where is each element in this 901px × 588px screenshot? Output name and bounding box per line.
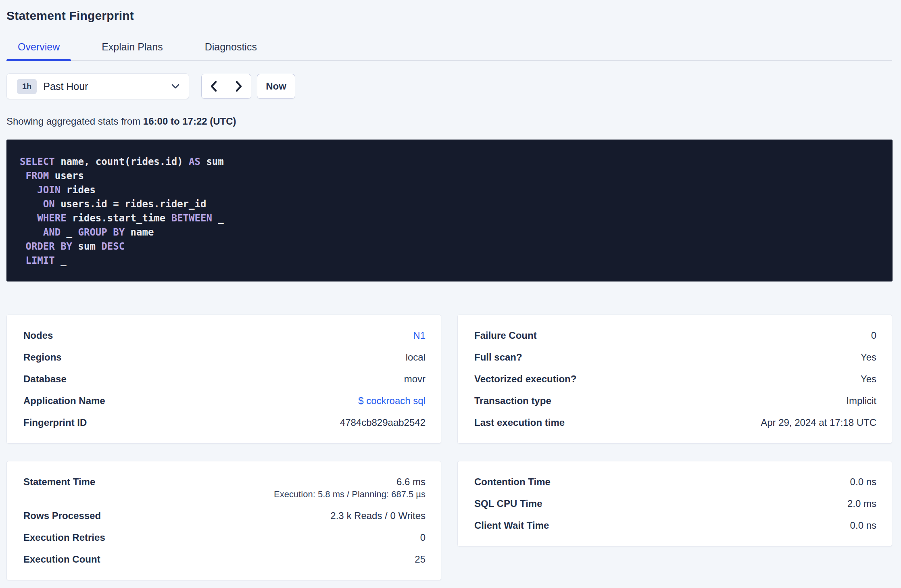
contention-time-value: 0.0 ns bbox=[850, 476, 876, 487]
sql-statement: SELECT name, count(rides.id) AS sum FROM… bbox=[20, 155, 879, 268]
rows-processed-value: 2.3 k Reads / 0 Writes bbox=[330, 510, 425, 521]
next-time-button[interactable] bbox=[226, 74, 251, 98]
kv-label: Nodes bbox=[23, 330, 53, 341]
kv-label: Execution Count bbox=[23, 554, 100, 565]
table-row: Client Wait Time0.0 ns bbox=[474, 515, 876, 536]
chevron-left-icon bbox=[209, 80, 218, 92]
statement-stats-card: Statement Time6.6 msExecution: 5.8 ms / … bbox=[6, 461, 441, 580]
execution-attributes-card: Failure Count0Full scan?YesVectorized ex… bbox=[457, 315, 892, 444]
kv-label: Failure Count bbox=[474, 330, 537, 341]
execution-count-value: 25 bbox=[415, 554, 425, 565]
table-row: Application Name$ cockroach sql bbox=[23, 390, 425, 412]
client-wait-time-value: 0.0 ns bbox=[850, 520, 876, 531]
fingerprint-id-value: 4784cb829aab2542 bbox=[340, 417, 425, 428]
time-range-label: Past Hour bbox=[43, 81, 171, 92]
sql-line: LIMIT _ bbox=[20, 254, 879, 268]
sql-line: JOIN rides bbox=[20, 183, 879, 197]
nodes-value[interactable]: N1 bbox=[413, 330, 425, 341]
kv-label: SQL CPU Time bbox=[474, 498, 542, 509]
tab-bar: Overview Explain Plans Diagnostics bbox=[6, 41, 892, 61]
table-row: SQL CPU Time2.0 ms bbox=[474, 493, 876, 515]
kv-label: Application Name bbox=[23, 395, 105, 406]
time-picker-row: 1h Past Hour Now bbox=[6, 73, 892, 99]
failure-count-value: 0 bbox=[871, 330, 876, 341]
table-row: Fingerprint ID4784cb829aab2542 bbox=[23, 412, 425, 434]
kv-label: Execution Retries bbox=[23, 532, 105, 543]
aggregated-stats-line: Showing aggregated stats from 16:00 to 1… bbox=[6, 116, 892, 127]
summary-cards: NodesN1RegionslocalDatabasemovrApplicati… bbox=[6, 315, 892, 580]
timing-stats-card: Contention Time0.0 nsSQL CPU Time2.0 msC… bbox=[457, 461, 892, 546]
sql-line: WHERE rides.start_time BETWEEN _ bbox=[20, 211, 879, 225]
page-title: Statement Fingerprint bbox=[6, 9, 892, 23]
kv-label: Contention Time bbox=[474, 476, 551, 487]
kv-label: Database bbox=[23, 373, 67, 384]
kv-label: Full scan? bbox=[474, 352, 522, 363]
table-row: Rows Processed2.3 k Reads / 0 Writes bbox=[23, 505, 425, 527]
kv-label: Regions bbox=[23, 352, 62, 363]
kv-label: Vectorized execution? bbox=[474, 373, 576, 384]
sql-line: ON users.id = rides.rider_id bbox=[20, 197, 879, 211]
last-execution-time-value: Apr 29, 2024 at 17:18 UTC bbox=[761, 417, 876, 428]
statement-time-value: 6.6 ms bbox=[396, 476, 425, 487]
tab-explain-plans[interactable]: Explain Plans bbox=[90, 41, 174, 60]
table-row: Statement Time6.6 msExecution: 5.8 ms / … bbox=[23, 471, 425, 505]
table-row: NodesN1 bbox=[23, 325, 425, 346]
time-range-badge: 1h bbox=[17, 79, 37, 94]
kv-label: Transaction type bbox=[474, 395, 551, 406]
aggregated-stats-range: 16:00 to 17:22 (UTC) bbox=[143, 116, 236, 127]
sql-line: ORDER BY sum DESC bbox=[20, 240, 879, 254]
table-row: Regionslocal bbox=[23, 346, 425, 368]
sql-cpu-time-value: 2.0 ms bbox=[847, 498, 876, 509]
sql-line: FROM users bbox=[20, 169, 879, 183]
sql-line: AND _ GROUP BY name bbox=[20, 225, 879, 240]
chevron-right-icon bbox=[234, 80, 243, 92]
table-row: Full scan?Yes bbox=[474, 346, 876, 368]
tab-overview[interactable]: Overview bbox=[6, 41, 71, 60]
statement-time-value-detail: Execution: 5.8 ms / Planning: 687.5 µs bbox=[274, 490, 425, 499]
table-row: Last execution timeApr 29, 2024 at 17:18… bbox=[474, 412, 876, 434]
table-row: Transaction typeImplicit bbox=[474, 390, 876, 412]
kv-label: Statement Time bbox=[23, 476, 95, 487]
database-value: movr bbox=[404, 373, 425, 384]
table-row: Contention Time0.0 ns bbox=[474, 471, 876, 493]
regions-value: local bbox=[406, 352, 425, 363]
application-name-value[interactable]: $ cockroach sql bbox=[358, 395, 425, 406]
execution-retries-value: 0 bbox=[420, 532, 425, 543]
sql-statement-box: SELECT name, count(rides.id) AS sum FROM… bbox=[6, 140, 893, 281]
time-step-buttons bbox=[201, 74, 251, 99]
kv-label: Rows Processed bbox=[23, 510, 101, 521]
kv-label: Client Wait Time bbox=[474, 520, 549, 531]
vectorized-execution-value: Yes bbox=[861, 373, 876, 384]
now-button[interactable]: Now bbox=[257, 74, 295, 99]
table-row: Execution Count25 bbox=[23, 548, 425, 570]
time-range-dropdown[interactable]: 1h Past Hour bbox=[6, 73, 189, 99]
table-row: Failure Count0 bbox=[474, 325, 876, 346]
kv-label: Fingerprint ID bbox=[23, 417, 87, 428]
aggregated-stats-prefix: Showing aggregated stats from bbox=[6, 116, 143, 127]
statement-fingerprint-page: Statement Fingerprint Overview Explain P… bbox=[0, 0, 901, 580]
chevron-down-icon bbox=[171, 83, 180, 89]
previous-time-button[interactable] bbox=[202, 74, 226, 98]
table-row: Vectorized execution?Yes bbox=[474, 368, 876, 390]
tab-diagnostics[interactable]: Diagnostics bbox=[194, 41, 268, 60]
overview-details-card: NodesN1RegionslocalDatabasemovrApplicati… bbox=[6, 315, 441, 444]
full-scan-value: Yes bbox=[861, 352, 876, 363]
kv-label: Last execution time bbox=[474, 417, 565, 428]
table-row: Databasemovr bbox=[23, 368, 425, 390]
table-row: Execution Retries0 bbox=[23, 527, 425, 548]
sql-line: SELECT name, count(rides.id) AS sum bbox=[20, 155, 879, 169]
transaction-type-value: Implicit bbox=[846, 395, 876, 406]
